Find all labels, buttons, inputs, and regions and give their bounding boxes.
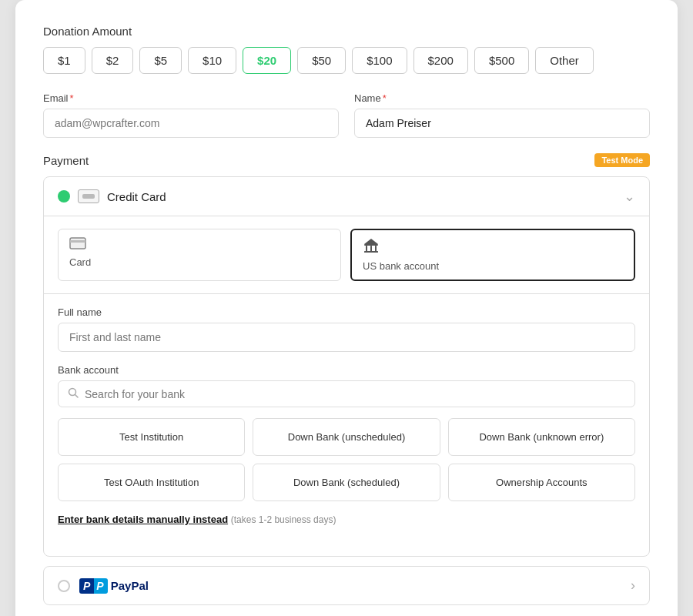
- name-label: Name*: [354, 92, 650, 104]
- svg-rect-0: [70, 238, 85, 249]
- amount-btn-500[interactable]: $500: [474, 47, 529, 74]
- amount-btn-20[interactable]: $20: [243, 47, 291, 74]
- amount-btn-1[interactable]: $1: [43, 47, 85, 74]
- manual-entry-note: (takes 1-2 business days): [231, 514, 336, 525]
- payment-type-card[interactable]: Card: [58, 229, 341, 281]
- amount-btn-other[interactable]: Other: [535, 47, 594, 74]
- us-bank-label: US bank account: [363, 260, 439, 272]
- payment-label: Payment: [43, 154, 89, 167]
- svg-rect-1: [70, 240, 85, 243]
- amount-btn-50[interactable]: $50: [297, 47, 346, 74]
- payment-type-row: Card US bank account: [44, 216, 649, 294]
- bank-item-test-institution[interactable]: Test Institution: [58, 418, 245, 456]
- test-mode-badge: Test Mode: [594, 153, 650, 167]
- bank-grid: Test Institution Down Bank (unscheduled)…: [58, 418, 635, 501]
- bank-search-input[interactable]: [85, 388, 625, 400]
- paypal-logo: PP PayPal: [79, 578, 149, 594]
- amount-btn-200[interactable]: $200: [413, 47, 468, 74]
- full-name-label: Full name: [58, 306, 635, 318]
- email-label: Email*: [43, 92, 339, 104]
- email-group: Email*: [43, 92, 339, 138]
- paypal-row[interactable]: PP PayPal ›: [43, 566, 650, 605]
- svg-rect-5: [375, 246, 377, 251]
- payment-type-us-bank[interactable]: US bank account: [350, 229, 635, 281]
- email-name-row: Email* Name*: [43, 92, 650, 138]
- chevron-down-icon: ⌄: [624, 188, 635, 205]
- payment-header: Payment Test Mode: [43, 153, 650, 167]
- paypal-wordmark: PayPal: [111, 579, 149, 592]
- bank-account-label: Bank account: [58, 364, 635, 376]
- bank-search-wrapper: [58, 380, 635, 407]
- svg-rect-6: [364, 251, 378, 253]
- svg-rect-3: [366, 246, 367, 251]
- svg-line-9: [75, 395, 79, 398]
- svg-rect-2: [364, 244, 378, 246]
- paypal-radio[interactable]: [58, 580, 70, 592]
- main-card: Donation Amount $1 $2 $5 $10 $20 $50 $10…: [15, 0, 678, 616]
- bank-item-down-unscheduled[interactable]: Down Bank (unscheduled): [253, 418, 440, 456]
- bank-item-ownership[interactable]: Ownership Accounts: [448, 464, 635, 501]
- name-input[interactable]: [354, 109, 650, 138]
- credit-card-header[interactable]: Credit Card ⌄: [44, 177, 649, 216]
- payment-outer: Credit Card ⌄ Card: [43, 176, 650, 557]
- amount-btn-5[interactable]: $5: [139, 47, 182, 74]
- bank-item-oauth[interactable]: Test OAuth Institution: [58, 464, 245, 501]
- search-icon: [68, 387, 79, 400]
- bank-icon: [363, 238, 380, 257]
- email-input[interactable]: [43, 109, 339, 138]
- card-icon: [69, 237, 86, 253]
- card-label: Card: [69, 256, 91, 268]
- bank-item-down-scheduled[interactable]: Down Bank (scheduled): [253, 464, 440, 501]
- svg-marker-7: [364, 239, 378, 244]
- amount-btn-2[interactable]: $2: [92, 47, 134, 74]
- name-group: Name*: [354, 92, 650, 138]
- paypal-chevron-icon: ›: [631, 578, 635, 594]
- amount-buttons-group: $1 $2 $5 $10 $20 $50 $100 $200 $500 Othe…: [43, 47, 650, 74]
- full-name-input[interactable]: [58, 323, 635, 352]
- inner-form: Full name Bank account Test Institution …: [44, 294, 649, 556]
- donation-amount-label: Donation Amount: [43, 25, 650, 38]
- manual-entry-link[interactable]: Enter bank details manually instead: [58, 514, 228, 525]
- amount-btn-10[interactable]: $10: [188, 47, 236, 74]
- svg-rect-4: [370, 246, 372, 251]
- amount-btn-100[interactable]: $100: [352, 47, 407, 74]
- manual-entry: Enter bank details manually instead (tak…: [58, 514, 635, 525]
- credit-card-icon: [78, 189, 99, 203]
- bank-item-down-unknown[interactable]: Down Bank (unknown error): [448, 418, 635, 456]
- credit-card-radio[interactable]: [58, 190, 70, 203]
- credit-card-label: Credit Card: [107, 190, 616, 203]
